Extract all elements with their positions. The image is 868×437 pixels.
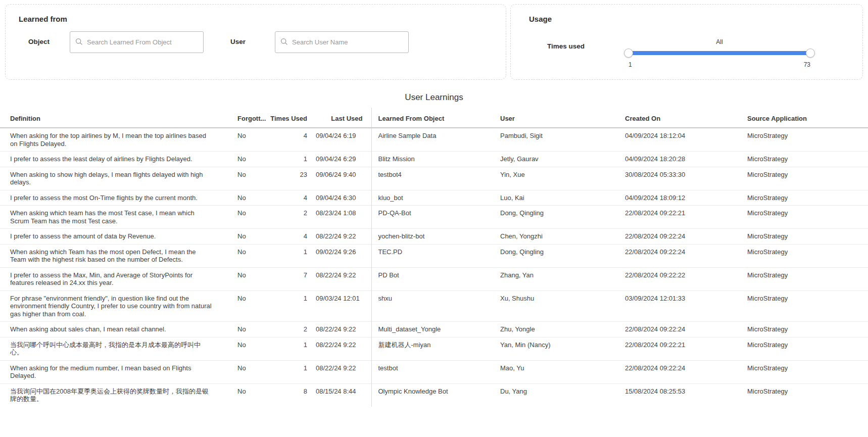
user-cell: Luo, Kai: [500, 190, 625, 206]
table-row[interactable]: 当我问哪个呼叫中心成本最高时，我指的是本月成本最高的呼叫中心。 No 1 08/…: [0, 337, 868, 360]
slider-max-label: 73: [804, 61, 810, 68]
user-cell: Zhu, Yongle: [500, 322, 625, 337]
user-label: User: [230, 31, 275, 45]
source-application-cell: MicroStrategy: [747, 360, 868, 383]
source-application-cell: MicroStrategy: [747, 290, 868, 322]
created-on-cell: 22/08/2024 09:22:24: [625, 229, 747, 245]
forgotten-cell: No: [237, 322, 269, 337]
user-cell: Yan, Min (Nancy): [500, 337, 625, 360]
forgotten-cell: No: [237, 337, 269, 360]
user-cell: Dong, Qingling: [500, 206, 625, 229]
times-used-cell: 1: [269, 244, 307, 267]
table-row[interactable]: When asking for the medium number, I mea…: [0, 360, 868, 383]
created-on-cell: 22/08/2024 09:22:24: [625, 244, 747, 267]
user-cell: Du, Yang: [500, 383, 625, 407]
user-cell: Jetly, Gaurav: [500, 152, 625, 167]
column-header-times-used: Times Used: [269, 108, 307, 128]
definition-cell: When asking to show high delays, I mean …: [0, 167, 237, 190]
learned-from-object-cell: Olympic Knowledge Bot: [371, 383, 500, 407]
learned-from-panel: Learned from Object User: [5, 4, 506, 80]
last-used-cell: 09/04/24 6:29: [307, 152, 371, 167]
definition-cell: When asking which team has the most Test…: [0, 206, 237, 229]
definition-cell: When asking which Team has the most open…: [0, 244, 237, 267]
user-cell: Zhang, Yan: [500, 267, 625, 290]
source-application-cell: MicroStrategy: [747, 128, 868, 152]
learned-from-object-cell: Multi_dataset_Yongle: [371, 322, 500, 337]
last-used-cell: 08/22/24 9:22: [307, 337, 371, 360]
slider-handle-min[interactable]: [624, 48, 633, 58]
usage-title: Usage: [529, 15, 862, 23]
table-row[interactable]: When asking which Team has the most open…: [0, 244, 868, 267]
last-used-cell: 08/22/24 9:22: [307, 360, 371, 383]
source-application-cell: MicroStrategy: [747, 167, 868, 190]
last-used-cell: 08/22/24 9:22: [307, 267, 371, 290]
table-row[interactable]: When asking for the top airlines by M, I…: [0, 128, 868, 152]
learned-from-title: Learned from: [19, 15, 506, 23]
times-used-cell: 4: [269, 128, 307, 152]
last-used-cell: 09/03/24 12:01: [307, 290, 371, 322]
table-header-row: Definition Forgott... Times Used Last Us…: [0, 108, 868, 128]
last-used-cell: 09/06/24 9:40: [307, 167, 371, 190]
times-used-cell: 2: [269, 206, 307, 229]
forgotten-cell: No: [237, 167, 269, 190]
slider-value-label: All: [629, 38, 810, 45]
learned-from-object-cell: yochen-blitz-bot: [371, 229, 500, 245]
table-row[interactable]: For phrase "environment friendly", in qu…: [0, 290, 868, 322]
column-header-last-used: Last Used: [307, 108, 371, 128]
table-row[interactable]: When asking which team has the most Test…: [0, 206, 868, 229]
table-row[interactable]: I prefer to assess the least delay of ai…: [0, 152, 868, 167]
definition-cell: For phrase "environment friendly", in qu…: [0, 290, 237, 322]
created-on-cell: 22/08/2024 09:22:21: [625, 206, 747, 229]
table-row[interactable]: When asking about sales chan, I mean ret…: [0, 322, 868, 337]
last-used-cell: 09/04/24 6:19: [307, 128, 371, 152]
times-used-cell: 2: [269, 322, 307, 337]
last-used-cell: 09/04/24 6:30: [307, 190, 371, 206]
table-row[interactable]: I prefer to assess the most On-Time flig…: [0, 190, 868, 206]
last-used-cell: 08/22/24 9:22: [307, 322, 371, 337]
learned-from-object-cell: testbot4: [371, 167, 500, 190]
times-used-cell: 4: [269, 190, 307, 206]
slider-track[interactable]: [629, 51, 810, 55]
created-on-cell: 04/09/2024 18:09:12: [625, 190, 747, 206]
definition-cell: I prefer to assess the most On-Time flig…: [0, 190, 237, 206]
learned-from-object-cell: PD-QA-Bot: [371, 206, 500, 229]
forgotten-cell: No: [237, 190, 269, 206]
last-used-cell: 08/23/24 1:08: [307, 206, 371, 229]
learned-from-object-cell: kluo_bot: [371, 190, 500, 206]
user-cell: Mao, Yu: [500, 360, 625, 383]
source-application-cell: MicroStrategy: [747, 337, 868, 360]
last-used-cell: 08/22/24 9:22: [307, 229, 371, 245]
times-used-cell: 1: [269, 152, 307, 167]
definition-cell: I prefer to assess the least delay of ai…: [0, 152, 237, 167]
definition-cell: When asking for the medium number, I mea…: [0, 360, 237, 383]
object-search-input[interactable]: [83, 38, 203, 46]
slider-min-label: 1: [629, 61, 632, 68]
times-used-cell: 4: [269, 229, 307, 245]
forgotten-cell: No: [237, 360, 269, 383]
table-row[interactable]: When asking to show high delays, I mean …: [0, 167, 868, 190]
forgotten-cell: No: [237, 229, 269, 245]
source-application-cell: MicroStrategy: [747, 206, 868, 229]
user-search-box[interactable]: [275, 31, 409, 53]
learned-from-object-cell: TEC.PD: [371, 244, 500, 267]
source-application-cell: MicroStrategy: [747, 152, 868, 167]
slider-handle-max[interactable]: [806, 48, 815, 58]
user-search-input[interactable]: [288, 38, 408, 46]
definition-cell: 当我询问中国在2008年夏季奥运会上获得的奖牌数量时，我指的是银牌的数量。: [0, 383, 237, 407]
table-row[interactable]: I prefer to assess the Max, Min, and Ave…: [0, 267, 868, 290]
created-on-cell: 04/09/2024 18:20:28: [625, 152, 747, 167]
source-application-cell: MicroStrategy: [747, 267, 868, 290]
object-filter-field: Object: [28, 31, 204, 53]
times-used-cell: 1: [269, 290, 307, 322]
learned-from-object-cell: Blitz Mission: [371, 152, 500, 167]
learned-from-object-cell: shxu: [371, 290, 500, 322]
source-application-cell: MicroStrategy: [747, 229, 868, 245]
created-on-cell: 22/08/2024 09:22:21: [625, 337, 747, 360]
created-on-cell: 22/08/2024 09:22:24: [625, 360, 747, 383]
definition-cell: When asking about sales chan, I mean ret…: [0, 322, 237, 337]
object-search-box[interactable]: [70, 31, 204, 53]
table-row[interactable]: 当我询问中国在2008年夏季奥运会上获得的奖牌数量时，我指的是银牌的数量。 No…: [0, 383, 868, 407]
column-header-created-on: Created On: [625, 108, 747, 128]
table-row[interactable]: I prefer to assess the amount of data by…: [0, 229, 868, 245]
created-on-cell: 22/08/2024 09:22:22: [625, 267, 747, 290]
